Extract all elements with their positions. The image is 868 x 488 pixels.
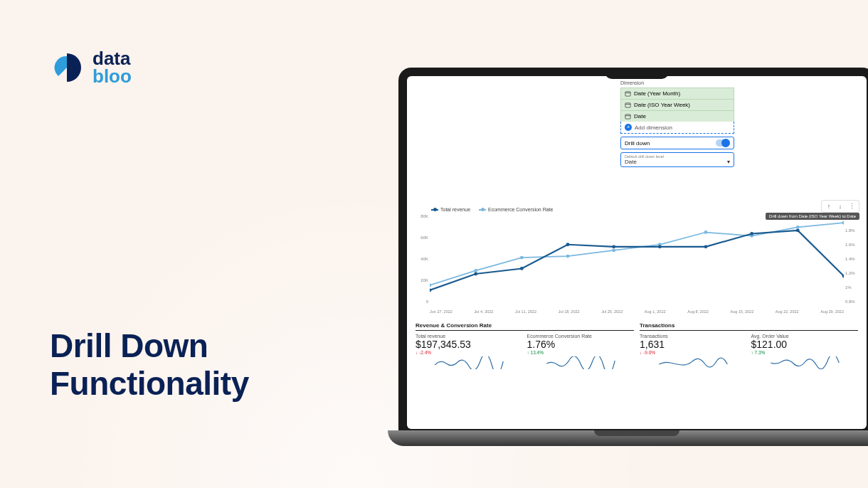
calendar-icon — [625, 113, 631, 120]
metric-delta: ↓ -9.0% — [640, 350, 747, 355]
svg-point-23 — [750, 232, 753, 235]
svg-point-20 — [612, 245, 615, 248]
chart-action-bar: ↑ ↓ ⋮ — [821, 200, 859, 213]
metric-card[interactable]: Avg. Order Value$121.00↑ 7.3% — [751, 334, 859, 372]
metric-label: Total revenue — [416, 334, 523, 339]
metric-value: $121.00 — [751, 339, 859, 350]
svg-point-18 — [520, 267, 524, 270]
svg-point-17 — [474, 272, 477, 276]
svg-point-19 — [566, 243, 570, 246]
calendar-icon — [625, 102, 631, 108]
logo: data bloo — [50, 50, 132, 85]
svg-point-9 — [566, 255, 570, 258]
dimension-row[interactable]: Date (ISO Year Week) — [620, 99, 734, 110]
logo-text-data: data — [92, 50, 132, 68]
svg-point-21 — [658, 245, 662, 248]
svg-point-8 — [520, 256, 524, 260]
more-options-button[interactable]: ⋮ — [847, 202, 856, 211]
page-headline: Drill Down Functionality — [50, 327, 249, 403]
chevron-down-icon: ▾ — [727, 159, 730, 165]
metric-card[interactable]: Transactions1,631↓ -9.0% — [640, 334, 747, 372]
metric-delta: ↑ 13.4% — [527, 350, 635, 355]
dimension-section-label: Dimension — [620, 80, 734, 85]
logo-icon — [50, 51, 84, 85]
x-axis: Jun 27, 2022Jul 4, 2022Jul 11, 2022Jul 1… — [430, 309, 844, 314]
metric-card[interactable]: Total revenue$197,345.53↓ -2.4% — [416, 334, 523, 372]
svg-rect-4 — [625, 115, 630, 119]
sparkline — [640, 356, 747, 369]
metric-value: $197,345.53 — [416, 339, 523, 350]
svg-rect-2 — [625, 103, 630, 107]
svg-point-24 — [796, 228, 800, 232]
legend-item[interactable]: Ecommerce Conversion Rate — [479, 207, 553, 212]
metric-section-title: Transactions — [640, 322, 858, 331]
metric-delta: ↓ -2.4% — [416, 350, 523, 355]
svg-rect-0 — [625, 92, 630, 96]
metric-value: 1,631 — [640, 339, 747, 350]
calendar-icon — [625, 90, 631, 97]
sparkline — [527, 356, 635, 369]
sparkline — [416, 356, 523, 369]
drill-down-level-select[interactable]: Default drill down level Date ▾ — [620, 152, 734, 167]
sparkline — [751, 356, 859, 369]
plus-icon: + — [625, 124, 632, 131]
metric-delta: ↑ 7.3% — [751, 350, 859, 355]
metric-label: Transactions — [640, 334, 747, 339]
y-axis-right: 2%1.8%1.6%1.4%1.2%1%0.8% — [845, 214, 858, 304]
logo-text-bloo: bloo — [92, 68, 132, 85]
metric-card[interactable]: Ecommerce Conversion Rate1.76%↑ 13.4% — [527, 334, 635, 372]
dimension-config-panel: Dimension Date (Year Month) Date (ISO Ye… — [620, 80, 734, 167]
legend-item[interactable]: Total revenue — [431, 207, 470, 212]
main-chart: ↑ ↓ ⋮ Drill down from Date (ISO Year Wee… — [414, 207, 859, 314]
y-axis-left: 80K60K40K20K0 — [416, 214, 428, 304]
dimension-row[interactable]: Date — [620, 110, 734, 122]
add-dimension-button[interactable]: + Add dimension — [620, 122, 734, 134]
dashboard-screen: Dimension Date (Year Month) Date (ISO Ye… — [407, 76, 867, 429]
svg-point-6 — [430, 283, 431, 287]
metric-label: Ecommerce Conversion Rate — [527, 334, 635, 339]
metric-section-title: Revenue & Conversion Rate — [416, 322, 634, 331]
drill-up-button[interactable]: ↑ — [825, 202, 833, 211]
drill-down-button[interactable]: ↓ — [836, 202, 845, 211]
svg-point-12 — [704, 230, 708, 234]
svg-point-7 — [474, 269, 477, 272]
metric-label: Avg. Order Value — [751, 334, 859, 339]
chart-legend: Total revenue Ecommerce Conversion Rate — [431, 207, 859, 212]
svg-point-14 — [796, 226, 800, 229]
laptop-mockup: Dimension Date (Year Month) Date (ISO Ye… — [388, 68, 868, 480]
toggle-switch-icon — [716, 139, 730, 147]
svg-point-15 — [842, 221, 844, 225]
svg-point-22 — [704, 245, 708, 248]
metrics-row: Revenue & Conversion RateTotal revenue$1… — [416, 322, 858, 372]
svg-point-10 — [612, 248, 615, 252]
drill-down-toggle[interactable]: Drill down — [620, 137, 734, 149]
chart-plot-area[interactable] — [430, 214, 844, 301]
metric-value: 1.76% — [527, 339, 635, 350]
dimension-row[interactable]: Date (Year Month) — [620, 87, 734, 99]
